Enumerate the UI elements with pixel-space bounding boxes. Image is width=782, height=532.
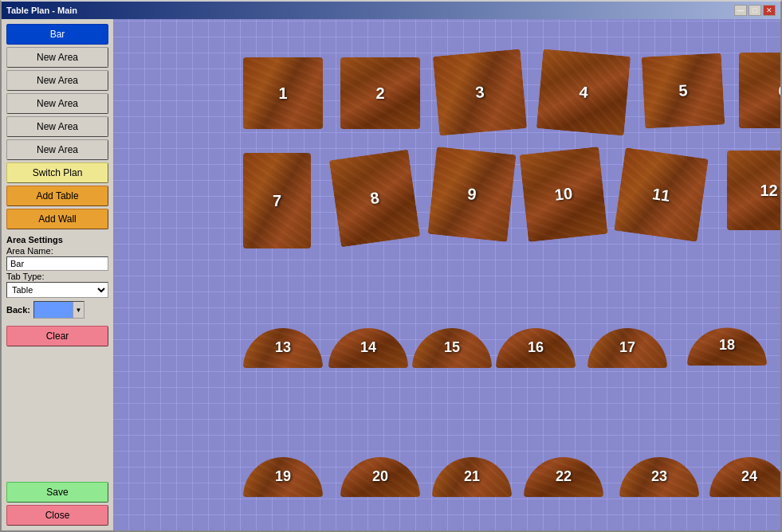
table-label: 9	[466, 185, 477, 204]
table-label: 17	[619, 339, 635, 356]
table-item[interactable]: 19	[243, 417, 323, 497]
save-button[interactable]: Save	[6, 482, 108, 503]
new-area-button-1[interactable]: New Area	[6, 47, 108, 68]
table-label: 3	[474, 83, 485, 102]
table-label: 12	[760, 182, 777, 200]
table-item[interactable]: 13	[243, 288, 323, 368]
back-color-picker[interactable]: ▼	[33, 301, 84, 319]
table-label: 21	[464, 468, 480, 485]
table-item[interactable]: 23	[619, 417, 699, 497]
table-item[interactable]: 24	[709, 417, 780, 497]
table-label: 15	[444, 339, 460, 356]
area-settings-section: Area Settings Area Name: Tab Type: Table…	[6, 235, 108, 319]
table-label: 8	[369, 189, 380, 208]
table-item[interactable]: 1	[243, 57, 323, 129]
back-color-row: Back: ▼	[6, 301, 108, 319]
close-window-button[interactable]: ✕	[763, 5, 776, 16]
table-item[interactable]: 22	[524, 417, 603, 497]
table-label: 22	[556, 468, 572, 485]
window-body: Bar New Area New Area New Area New Area …	[2, 19, 780, 530]
table-item[interactable]: 16	[496, 288, 576, 368]
area-name-label: Area Name:	[6, 246, 53, 256]
table-label: 13	[275, 339, 291, 356]
close-button[interactable]: Close	[6, 505, 108, 526]
new-area-button-2[interactable]: New Area	[6, 70, 108, 91]
area-settings-title: Area Settings	[6, 235, 108, 244]
table-label: 19	[275, 468, 291, 485]
table-item[interactable]: 2	[340, 57, 420, 129]
table-label: 14	[360, 339, 376, 356]
table-item[interactable]: 14	[328, 288, 408, 368]
sidebar: Bar New Area New Area New Area New Area …	[2, 19, 113, 530]
table-item[interactable]: 15	[412, 288, 492, 368]
table-label: 1	[278, 84, 287, 103]
back-label: Back:	[6, 305, 30, 315]
table-item[interactable]: 17	[587, 288, 667, 368]
add-wall-button[interactable]: Add Wall	[6, 209, 108, 229]
table-label: 7	[273, 192, 281, 210]
table-item[interactable]: 7	[243, 153, 311, 248]
table-item[interactable]: 11	[614, 147, 709, 242]
table-label: 5	[678, 81, 688, 100]
table-label: 18	[719, 337, 735, 354]
new-area-button-3[interactable]: New Area	[6, 93, 108, 114]
title-bar: Table Plan - Main — □ ✕	[2, 2, 780, 19]
table-item[interactable]: 18	[687, 290, 767, 366]
minimize-button[interactable]: —	[734, 5, 747, 16]
table-label: 23	[651, 468, 667, 485]
canvas-area[interactable]: 1234567891011121314151617181920212223242…	[113, 19, 780, 530]
table-item[interactable]: 6	[739, 53, 780, 128]
new-area-button-5[interactable]: New Area	[6, 139, 108, 160]
table-label: 11	[651, 185, 671, 205]
maximize-button[interactable]: □	[749, 5, 761, 16]
table-item[interactable]: 10	[520, 147, 608, 242]
back-color-swatch[interactable]	[34, 302, 73, 318]
area-name-input[interactable]	[6, 256, 108, 271]
table-label: 16	[528, 339, 544, 356]
table-label: 4	[578, 83, 588, 102]
window-title: Table Plan - Main	[6, 6, 77, 15]
table-label: 6	[778, 81, 780, 100]
table-item[interactable]: 8	[329, 150, 420, 248]
tab-type-select[interactable]: Table Bar Booth	[6, 282, 108, 298]
bar-button[interactable]: Bar	[6, 24, 108, 45]
table-item[interactable]: 3	[433, 49, 527, 135]
switch-plan-button[interactable]: Switch Plan	[6, 162, 108, 183]
new-area-button-4[interactable]: New Area	[6, 116, 108, 137]
table-item[interactable]: 4	[536, 49, 631, 135]
table-label: 2	[375, 84, 384, 103]
table-item[interactable]: 5	[642, 53, 725, 128]
main-window: Table Plan - Main — □ ✕ Bar New Area New…	[0, 0, 782, 532]
table-label: 20	[372, 468, 388, 485]
tab-type-label: Tab Type:	[6, 272, 45, 281]
clear-button[interactable]: Clear	[6, 326, 108, 346]
table-label: 24	[741, 468, 757, 485]
table-item[interactable]: 20	[340, 417, 420, 497]
table-item[interactable]: 21	[432, 417, 512, 497]
title-bar-buttons: — □ ✕	[734, 5, 776, 16]
table-item[interactable]: 9	[428, 147, 517, 242]
add-table-button[interactable]: Add Table	[6, 186, 108, 206]
back-color-arrow[interactable]: ▼	[73, 302, 84, 318]
table-item[interactable]: 12	[727, 151, 780, 230]
table-label: 10	[554, 184, 574, 204]
